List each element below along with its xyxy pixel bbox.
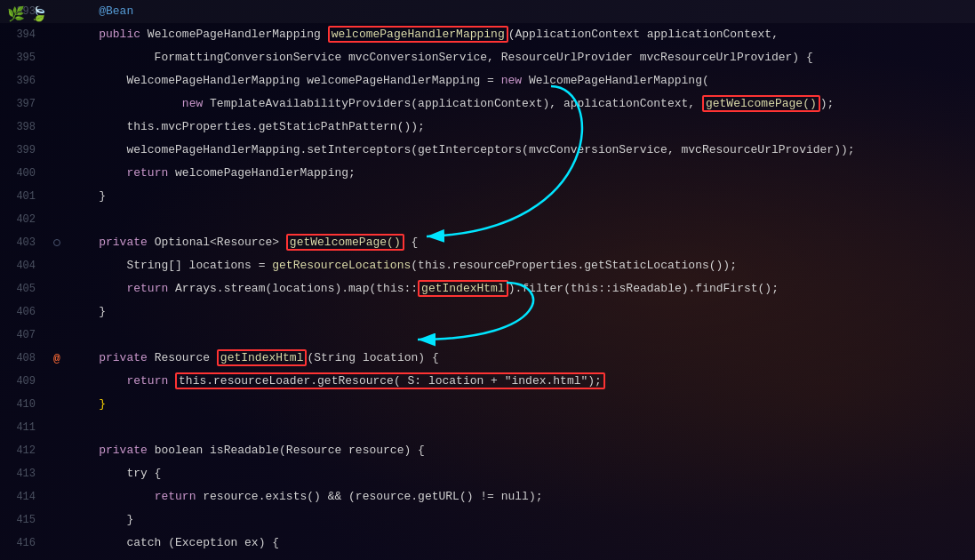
code-token: private: [99, 236, 148, 249]
line-content: @Bean: [68, 0, 975, 23]
code-token: WelcomePageHandlerMapping: [140, 28, 328, 41]
code-line: 411: [0, 416, 975, 439]
code-token: (this.resourceProperties.getStaticLocati…: [411, 259, 737, 272]
code-token: new: [182, 97, 203, 110]
highlighted-code: this.resourceLoader.getResource( S: loca…: [175, 372, 605, 389]
code-token: Resource: [148, 351, 217, 364]
code-token: return: [126, 374, 168, 388]
top-icons: 🌿 🍃: [7, 5, 48, 23]
line-content: FormattingConversionService mvcConversio…: [68, 46, 975, 69]
code-token: [71, 236, 99, 249]
code-line: 399 welcomePageHandlerMapping.setInterce…: [0, 139, 975, 162]
line-number: 406: [0, 306, 46, 318]
line-number: 401: [0, 190, 46, 203]
line-number: 405: [0, 283, 46, 295]
code-line: 415 }: [0, 508, 975, 532]
code-line: 394 public WelcomePageHandlerMapping wel…: [0, 23, 975, 46]
line-number: 403: [0, 236, 46, 249]
code-token: ).filter(this::isReadable).findFirst();: [508, 282, 779, 295]
code-line: 402: [0, 208, 975, 231]
line-number: 409: [0, 375, 46, 388]
code-token: Arrays.stream(locations).map(this::: [168, 282, 418, 295]
line-number: 408: [0, 352, 46, 364]
line-content: private Resource getIndexHtml(String loc…: [68, 347, 975, 370]
code-token: welcomePageHandlerMapping.setInterceptor…: [71, 143, 855, 156]
code-token: }: [71, 513, 133, 526]
code-token: WelcomePageHandlerMapping welcomePageHan…: [71, 74, 501, 87]
line-content: }: [68, 393, 975, 416]
line-number: 397: [0, 98, 46, 110]
highlighted-code: getIndexHtml: [217, 349, 308, 366]
code-token: );: [820, 97, 835, 110]
line-content: }: [68, 508, 975, 532]
line-content: }: [68, 300, 975, 324]
line-content: public WelcomePageHandlerMapping welcome…: [68, 23, 975, 46]
line-number: 415: [0, 514, 46, 526]
code-line: 408@ private Resource getIndexHtml(Strin…: [0, 347, 975, 370]
line-content: new TemplateAvailabilityProviders(applic…: [68, 92, 975, 116]
line-number: 402: [0, 213, 46, 226]
code-token: getResourceLocations: [272, 259, 411, 272]
line-number: 414: [0, 491, 46, 503]
line-number: 407: [0, 329, 46, 341]
code-line: 412 private boolean isReadable(Resource …: [0, 439, 975, 462]
code-token: String[] locations =: [71, 259, 272, 272]
code-line: 410 }: [0, 393, 975, 416]
code-token: [71, 490, 155, 503]
code-line: 404 String[] locations = getResourceLoca…: [0, 254, 975, 277]
line-content: WelcomePageHandlerMapping welcomePageHan…: [68, 69, 975, 92]
code-line: 401 }: [0, 185, 975, 208]
code-token: private: [99, 351, 148, 364]
code-line: 393 @Bean: [0, 0, 975, 23]
code-token: try {: [71, 467, 161, 480]
highlighted-code: getWelcomePage(): [286, 234, 404, 251]
code-token: catch (Exception ex) {: [71, 536, 279, 549]
code-token: Optional<Resource>: [148, 236, 286, 249]
line-content: return resource.exists() && (resource.ge…: [68, 485, 975, 508]
line-number: 398: [0, 121, 46, 133]
code-line: 397 new TemplateAvailabilityProviders(ap…: [0, 92, 975, 116]
code-line: 406 }: [0, 300, 975, 324]
code-token: }: [71, 397, 106, 411]
line-number: 412: [0, 444, 46, 457]
line-number: 416: [0, 537, 46, 549]
code-token: boolean isReadable(Resource resource) {: [148, 444, 425, 457]
code-token: resource.exists() && (resource.getURL() …: [196, 490, 542, 503]
code-token: [71, 97, 182, 110]
line-gutter: @: [46, 352, 68, 365]
line-content: try {: [68, 462, 975, 485]
code-line: 413 try {: [0, 462, 975, 485]
line-number: 410: [0, 398, 46, 411]
code-line: 407: [0, 324, 975, 347]
line-number: 395: [0, 52, 46, 64]
code-token: WelcomePageHandlerMapping(: [522, 74, 709, 87]
code-token: private: [99, 444, 148, 457]
line-content: catch (Exception ex) {: [68, 532, 975, 555]
code-token: return: [126, 282, 168, 295]
code-line: 400 return welcomePageHandlerMapping;: [0, 162, 975, 185]
code-token: [71, 374, 126, 388]
line-number: 413: [0, 468, 46, 480]
code-token: [71, 282, 126, 295]
line-content: private Optional<Resource> getWelcomePag…: [68, 231, 975, 254]
line-content: return false;: [68, 555, 975, 560]
code-token: }: [71, 189, 106, 203]
code-token: [168, 374, 175, 388]
code-line: 405 return Arrays.stream(locations).map(…: [0, 277, 975, 300]
code-line: 416 catch (Exception ex) {: [0, 532, 975, 555]
line-number: 404: [0, 260, 46, 272]
line-gutter: [46, 239, 68, 246]
code-token: public: [99, 28, 140, 41]
code-token: (ApplicationContext applicationContext,: [508, 28, 779, 41]
code-token: TemplateAvailabilityProviders(applicatio…: [203, 97, 702, 110]
line-number: 396: [0, 75, 46, 87]
code-token: this.mvcProperties.getStaticPathPattern(…: [71, 120, 425, 133]
code-token: @Bean: [71, 4, 133, 18]
code-lines: 393 @Bean394 public WelcomePageHandlerMa…: [0, 0, 975, 560]
code-line: 414 return resource.exists() && (resourc…: [0, 485, 975, 508]
code-line: 403 private Optional<Resource> getWelcom…: [0, 231, 975, 254]
code-token: [71, 351, 99, 364]
code-token: [71, 28, 99, 41]
highlighted-code: getIndexHtml: [418, 280, 508, 297]
line-content: String[] locations = getResourceLocation…: [68, 254, 975, 277]
